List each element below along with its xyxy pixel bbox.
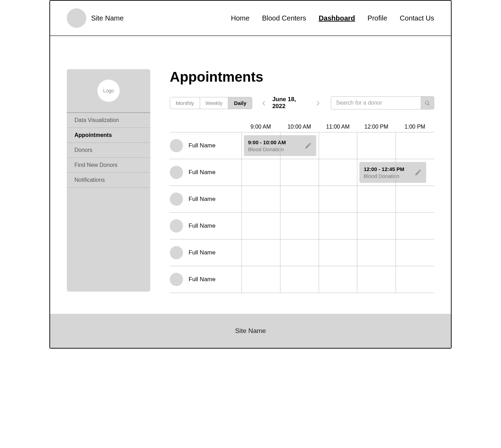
- slot: [357, 266, 396, 293]
- slot: [280, 159, 319, 186]
- search-icon: [424, 100, 430, 106]
- sidebar-item-donors[interactable]: Donors: [67, 143, 150, 158]
- chevron-right-icon[interactable]: [316, 100, 321, 105]
- time-header-1: 10:00 AM: [280, 124, 319, 130]
- slot: [319, 186, 357, 212]
- slot: [280, 239, 319, 266]
- slot: [241, 186, 280, 212]
- nav-profile[interactable]: Profile: [367, 14, 387, 22]
- row-name-cell: Full Name: [170, 186, 241, 212]
- table-row: Full Name: [170, 186, 434, 213]
- nav-contact-us[interactable]: Contact Us: [400, 14, 434, 22]
- slot: [357, 213, 396, 239]
- date-nav: June 18, 2022: [262, 96, 321, 110]
- slot: 9:00 - 10:00 AM Blood Donation: [241, 132, 280, 159]
- row-name: Full Name: [189, 142, 215, 149]
- table-row: Full Name 9:00 - 10:00 AM Blood Donation: [170, 132, 434, 159]
- slot: [396, 132, 434, 159]
- view-toggle: Monthly Weekly Daily: [170, 97, 252, 109]
- main-nav: Home Blood Centers Dashboard Profile Con…: [231, 14, 434, 22]
- main: Appointments Monthly Weekly Daily June 1…: [170, 69, 434, 293]
- nav-dashboard[interactable]: Dashboard: [319, 14, 355, 22]
- time-header-2: 11:00 AM: [319, 124, 357, 130]
- search-wrap: [331, 96, 434, 109]
- row-name: Full Name: [189, 276, 215, 283]
- toggle-daily[interactable]: Daily: [228, 97, 252, 109]
- nav-home[interactable]: Home: [231, 14, 249, 22]
- controls: Monthly Weekly Daily June 18, 2022: [170, 96, 434, 110]
- row-name-cell: Full Name: [170, 213, 241, 239]
- slot: [280, 132, 319, 159]
- slot: 12:00 - 12:45 PM Blood Donation: [357, 159, 396, 186]
- avatar: [170, 139, 183, 152]
- slot: [241, 239, 280, 266]
- header: Site Name Home Blood Centers Dashboard P…: [50, 1, 451, 36]
- slot: [319, 132, 357, 159]
- table-row: Full Name 12:00 - 12:45 PM Blood Donatio…: [170, 159, 434, 186]
- time-header-0: 9:00 AM: [241, 124, 280, 130]
- schedule-rows: Full Name 9:00 - 10:00 AM Blood Donation: [170, 132, 434, 293]
- slot: [396, 159, 434, 186]
- footer-site-name: Site Name: [235, 327, 266, 334]
- toggle-weekly[interactable]: Weekly: [200, 97, 229, 109]
- slot: [319, 159, 357, 186]
- header-left: Site Name: [67, 8, 124, 28]
- slot: [241, 266, 280, 293]
- search-input[interactable]: [331, 97, 421, 109]
- avatar: [170, 273, 183, 286]
- slot: [241, 213, 280, 239]
- slot: [319, 266, 357, 293]
- row-name-cell: Full Name: [170, 266, 241, 293]
- sidebar-logo-wrap: Logo: [67, 69, 150, 113]
- table-row: Full Name: [170, 213, 434, 239]
- slot: [396, 186, 434, 212]
- sidebar-item-notifications[interactable]: Notifications: [67, 173, 150, 188]
- row-name-cell: Full Name: [170, 159, 241, 186]
- sidebar-item-data-visualization[interactable]: Data Visualization: [67, 113, 150, 128]
- time-header-3: 12:00 PM: [357, 124, 396, 130]
- time-header: 9:00 AM 10:00 AM 11:00 AM 12:00 PM 1:00 …: [170, 124, 434, 130]
- row-name: Full Name: [189, 169, 215, 176]
- row-name: Full Name: [189, 222, 215, 229]
- slot: [241, 159, 280, 186]
- footer: Site Name: [50, 314, 451, 348]
- body: Logo Data Visualization Appointments Don…: [50, 36, 451, 314]
- avatar: [170, 219, 183, 233]
- nav-blood-centers[interactable]: Blood Centers: [262, 14, 306, 22]
- slot: [357, 186, 396, 212]
- slot: [280, 186, 319, 212]
- avatar: [170, 246, 183, 259]
- search-button[interactable]: [421, 97, 434, 109]
- slot: [319, 239, 357, 266]
- sidebar-item-find-new-donors[interactable]: Find New Donors: [67, 158, 150, 173]
- row-name-cell: Full Name: [170, 239, 241, 266]
- slot: [396, 266, 434, 293]
- toggle-monthly[interactable]: Monthly: [170, 97, 200, 109]
- slot: [357, 239, 396, 266]
- avatar: [170, 193, 183, 206]
- slot: [396, 213, 434, 239]
- chevron-left-icon[interactable]: [262, 100, 267, 105]
- sidebar: Logo Data Visualization Appointments Don…: [67, 69, 150, 292]
- logo-icon: Logo: [97, 80, 120, 102]
- slot: [357, 132, 396, 159]
- table-row: Full Name: [170, 266, 434, 293]
- schedule: 9:00 AM 10:00 AM 11:00 AM 12:00 PM 1:00 …: [170, 124, 434, 293]
- row-name: Full Name: [189, 249, 215, 256]
- page-title: Appointments: [170, 69, 434, 85]
- slot: [280, 213, 319, 239]
- table-row: Full Name: [170, 239, 434, 266]
- row-name: Full Name: [189, 196, 215, 203]
- site-avatar: [67, 8, 86, 28]
- sidebar-item-appointments[interactable]: Appointments: [67, 128, 150, 143]
- row-name-cell: Full Name: [170, 132, 241, 159]
- time-header-4: 1:00 PM: [396, 124, 434, 130]
- slot: [319, 213, 357, 239]
- site-name: Site Name: [91, 14, 124, 22]
- date-label: June 18, 2022: [272, 96, 311, 110]
- avatar: [170, 166, 183, 179]
- slot: [396, 239, 434, 266]
- slot: [280, 266, 319, 293]
